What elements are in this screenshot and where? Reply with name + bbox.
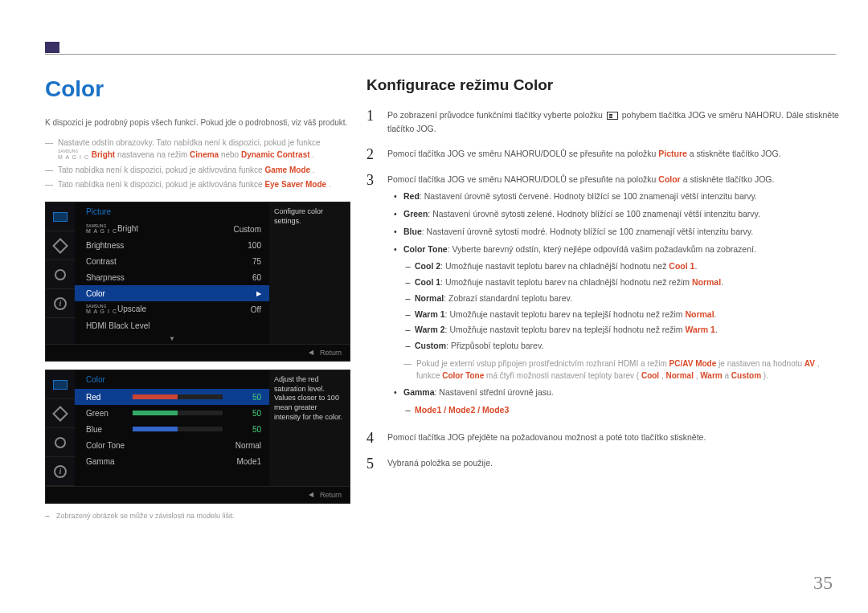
- option-desc: : Nastavení střední úrovně jasu.: [435, 387, 554, 397]
- note-text: .: [313, 166, 315, 174]
- sub-name: Mode1 / Mode2 / Mode3: [415, 405, 509, 415]
- osd-row: SAMSUNGM A G I CBright Custom: [75, 221, 269, 237]
- right-column: Konfigurace režimu Color 1 Po zobrazení …: [366, 76, 841, 482]
- step-text: Pomocí tlačítka JOG ve směru NAHORU/DOLŮ…: [387, 149, 658, 158]
- osd-label: Sharpness: [86, 273, 125, 282]
- sub-text: .: [715, 325, 718, 334]
- sub-name: Cool 2: [415, 261, 440, 271]
- sub-name: Warm 2: [415, 325, 445, 334]
- options-list: Red: Nastavení úrovně sytosti červené. H…: [387, 190, 841, 416]
- option-name: Gamma: [403, 387, 435, 397]
- note-item: Tato nabídka není k dispozici, pokud je …: [45, 178, 350, 190]
- sub-normal: Normal: Zobrazí standardní teplotu barev…: [387, 292, 841, 305]
- slider-fill-green: [133, 411, 178, 415]
- osd-row: Color Tone Normal: [75, 437, 269, 453]
- sub-ref: Normal: [692, 277, 721, 287]
- step-2: 2 Pomocí tlačítka JOG ve směru NAHORU/DO…: [366, 147, 841, 161]
- note-text: Nastavte odstín obrazovky. Tato nabídka …: [58, 138, 321, 147]
- note-em: AV: [805, 359, 815, 368]
- osd-value: 100: [221, 241, 261, 250]
- sub-modes: Mode1 / Mode2 / Mode3: [387, 404, 841, 417]
- sub-text: : Umožňuje nastavit teplotu barev na chl…: [440, 261, 669, 271]
- sub-text: .: [721, 277, 723, 287]
- osd-side-tabs: i: [46, 370, 75, 486]
- sub-ref: Normal: [685, 309, 714, 319]
- osd-label: Color Tone: [86, 441, 125, 450]
- settings-tab-icon: [46, 260, 75, 289]
- osd-row: HDMI Black Level: [75, 317, 269, 333]
- osd-value: 50: [229, 393, 261, 402]
- note-emphasis: Game Mode: [264, 166, 310, 174]
- sub-text: : Umožňuje nastavit teplotu barev na chl…: [440, 277, 692, 287]
- osd-value: Mode1: [221, 457, 261, 466]
- note-em: Warm: [700, 371, 722, 380]
- option-green: Green: Nastavení úrovně sytosti zelené. …: [387, 208, 841, 221]
- osd-value: Custom: [221, 225, 261, 234]
- osd-row-selected: Color ▶: [75, 285, 269, 301]
- step-number: 5: [366, 456, 387, 471]
- header-divider: [45, 54, 836, 55]
- osd-value: Normal: [221, 441, 261, 450]
- step-3: 3 Pomocí tlačítka JOG ve směru NAHORU/DO…: [366, 173, 841, 420]
- note-emphasis: Cinema: [190, 150, 219, 159]
- note-item: Tato nabídka není k dispozici, pokud je …: [45, 164, 350, 176]
- step-text: Pomocí tlačítka JOG ve směru NAHORU/DOLŮ…: [387, 174, 658, 184]
- intro-text: K dispozici je podrobný popis všech funk…: [45, 116, 350, 129]
- note-text: nebo: [221, 150, 241, 159]
- slider-track: [133, 427, 223, 431]
- osd-value: Off: [221, 305, 261, 314]
- sub-warm2: Warm 2: Umožňuje nastavit teplotu barev …: [387, 324, 841, 337]
- osd-label: Bright: [117, 224, 138, 233]
- option-desc: : Nastavení úrovně sytosti modré. Hodnot…: [422, 227, 753, 236]
- step-text: a stiskněte tlačítko JOG.: [690, 149, 781, 158]
- osd-row: Green 50: [75, 405, 269, 421]
- image-disclaimer: Zobrazený obrázek se může v závislosti n…: [45, 512, 350, 520]
- osd-row: SAMSUNGM A G I CUpscale Off: [75, 301, 269, 317]
- option-name: Green: [403, 209, 428, 219]
- return-label: Return: [320, 349, 342, 357]
- step-number: 2: [366, 147, 387, 161]
- sub-cool2: Cool 2: Umožňuje nastavit teplotu barev …: [387, 260, 841, 273]
- info-tab-icon: i: [46, 289, 75, 318]
- step-text: a stiskněte tlačítko JOG.: [683, 174, 775, 184]
- notes-list: Nastavte odstín obrazovky. Tato nabídka …: [45, 137, 350, 190]
- sub-text: : Zobrazí standardní teplotu barev.: [444, 293, 572, 303]
- osd-title: Picture: [75, 202, 269, 221]
- osd-label: Contrast: [86, 257, 117, 266]
- osd-row: Sharpness 60: [75, 269, 269, 285]
- step-emphasis: Picture: [658, 149, 687, 158]
- section-heading: Konfigurace režimu Color: [366, 76, 841, 94]
- note-text: a: [724, 371, 731, 380]
- osd-label: Blue: [86, 425, 126, 434]
- step-5: 5 Vybraná položka se použije.: [366, 456, 841, 471]
- slider-track: [133, 411, 223, 415]
- left-column: Color K dispozici je podrobný popis všec…: [45, 76, 350, 520]
- osd-label: Brightness: [86, 241, 124, 250]
- note-em: Cool: [641, 371, 659, 380]
- step-number: 4: [366, 431, 387, 445]
- sub-text: .: [714, 309, 717, 319]
- samsung-magic-logo: SAMSUNGM A G I C: [58, 149, 89, 162]
- osd-value: 50: [229, 425, 261, 434]
- sub-name: Normal: [415, 293, 444, 303]
- osd-side-tabs: i: [46, 202, 75, 344]
- option-desc: : Nastavení úrovně sytosti červené. Hodn…: [420, 191, 757, 201]
- osd-row: Blue 50: [75, 421, 269, 437]
- sub-name: Custom: [415, 341, 446, 350]
- note-emphasis: Dynamic Contrast: [241, 150, 310, 159]
- sub-text: : Přizpůsobí teplotu barev.: [446, 341, 543, 350]
- options-tab-icon: [46, 231, 75, 260]
- note-emphasis: Eye Saver Mode: [264, 180, 326, 189]
- option-desc: : Nastavení úrovně sytosti zelené. Hodno…: [428, 209, 760, 219]
- submenu-arrow-icon: ▶: [256, 290, 261, 297]
- osd-label: Gamma: [86, 457, 115, 466]
- step-number: 3: [366, 173, 387, 420]
- back-arrow-icon: ◀: [309, 349, 313, 357]
- sub-text: : Umožňuje nastavit teplotu barev na tep…: [445, 309, 686, 319]
- note-text: .: [329, 180, 331, 189]
- sub-text: : Umožňuje nastavit teplotu barev na tep…: [445, 325, 686, 334]
- step-text: Po zobrazení průvodce funkčními tlačítky…: [387, 110, 605, 120]
- note-em: PC/AV Mode: [669, 359, 717, 368]
- settings-tab-icon: [46, 428, 75, 457]
- note-em: Custom: [731, 371, 761, 380]
